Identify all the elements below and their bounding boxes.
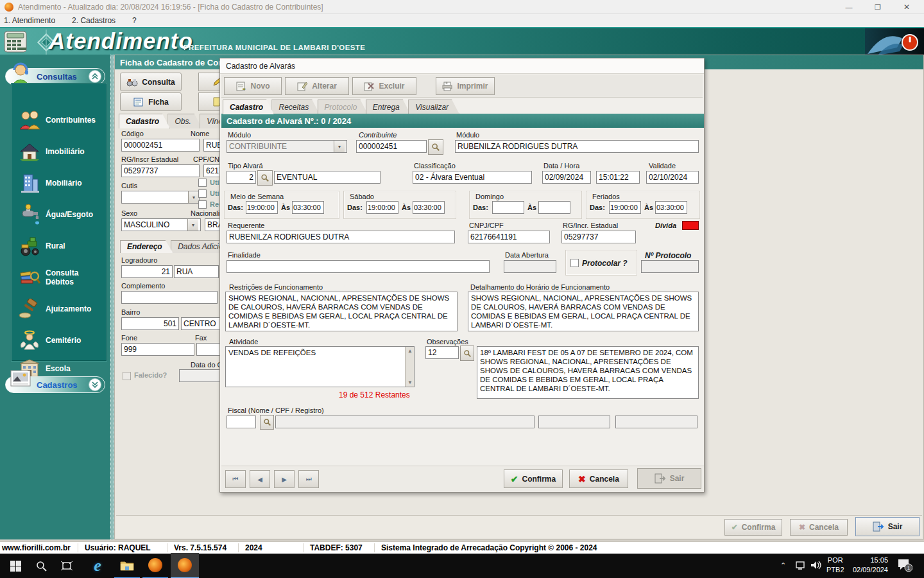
excluir-button[interactable]: Excluir — [352, 77, 416, 95]
scrollbar[interactable]: ▲ ▼ — [405, 347, 414, 387]
sidebar-item-cemiterio[interactable]: Cemitério — [12, 328, 107, 353]
last-record-button[interactable]: ⏭ — [298, 470, 319, 488]
prev-record-button[interactable]: ◀ — [250, 470, 270, 488]
detalhamento-textarea[interactable]: SHOWS REGIONAL, NACIONAL, APRESENTAÇÕES … — [468, 292, 699, 331]
domingo-as-field[interactable] — [538, 201, 570, 214]
task-view-icon[interactable] — [54, 554, 80, 578]
contribuinte-field[interactable]: 000002451 — [356, 140, 427, 153]
domingo-das-field[interactable] — [492, 201, 524, 214]
ficha-button[interactable]: Ficha — [120, 92, 182, 111]
menu-help[interactable]: ? — [132, 16, 137, 25]
logradouro-num-field[interactable]: 21 — [121, 265, 173, 278]
ficha-cancela-button[interactable]: ✖ Cancela — [790, 519, 848, 536]
fiscal-cpf-field[interactable] — [538, 416, 610, 428]
classificacao-field[interactable]: 02 - Álvara Eventual — [413, 171, 532, 184]
meio-das-field[interactable]: 19:00:00 — [246, 201, 278, 214]
chevron-down-icon[interactable]: ▾ — [188, 191, 199, 203]
fone-field[interactable]: 999 — [121, 343, 194, 356]
sabado-as-field[interactable]: 03:30:00 — [413, 201, 445, 214]
tab-cadastro[interactable]: Cadastro — [223, 100, 274, 114]
tipo-field[interactable]: EVENTUAL — [274, 171, 381, 184]
novo-button[interactable]: = Novo — [224, 77, 282, 95]
tray-chevron-icon[interactable]: ⌃ — [780, 561, 786, 570]
ficha-tab-obs[interactable]: Obs. — [167, 114, 201, 128]
feriados-das-field[interactable]: 19:00:00 — [609, 201, 641, 214]
ficha-sair-button[interactable]: Sair — [855, 517, 920, 536]
network-icon[interactable] — [796, 561, 807, 570]
tab-protocolo[interactable]: Protocolo — [318, 100, 368, 114]
sair-button[interactable]: Sair — [637, 468, 701, 489]
feriados-as-field[interactable]: 03:30:00 — [655, 201, 687, 214]
tipo-search-button[interactable] — [257, 170, 273, 186]
imprimir-button[interactable]: Imprimir — [436, 77, 495, 95]
sidebar-item-rural[interactable]: Rural — [12, 233, 107, 259]
chevron-down-icon[interactable] — [89, 378, 101, 391]
sidebar-item-consulta-debitos[interactable]: Consulta Débitos — [12, 265, 107, 290]
language-indicator[interactable]: POR PTB2 — [826, 556, 844, 575]
obs-search-button[interactable] — [460, 346, 474, 361]
reside-checkbox[interactable] — [198, 200, 207, 209]
scroll-up-icon[interactable]: ▲ — [406, 347, 415, 355]
finalidade-field[interactable] — [227, 260, 490, 273]
data-field[interactable]: 02/09/2024 — [542, 171, 591, 184]
sexo-combo[interactable]: MASCULINO▾ — [121, 218, 201, 231]
sidebar-item-contribuintes[interactable]: Contribuintes — [12, 107, 107, 133]
scroll-down-icon[interactable]: ▼ — [406, 378, 415, 387]
hora-field[interactable]: 15:01:22 — [596, 171, 640, 184]
taskbar-search-icon[interactable] — [28, 554, 54, 578]
menu-cadastros[interactable]: 2. Cadastros — [72, 16, 116, 25]
rg-field[interactable]: 05297737 — [121, 164, 200, 177]
sidebar-item-ajuizamento[interactable]: Ajuizamento — [12, 296, 107, 322]
fiorilli-app-icon[interactable] — [142, 553, 168, 578]
menu-atendimento[interactable]: 1. Atendimento — [4, 16, 55, 25]
modulo-combo[interactable]: CONTRIBUINTE▾ — [227, 140, 347, 153]
status-site[interactable]: www.fiorilli.com.br — [2, 543, 78, 552]
clock[interactable]: 15:05 02/09/2024 — [848, 556, 888, 575]
fiscal-registro-field[interactable] — [615, 416, 697, 428]
restricoes-textarea[interactable]: SHOWS REGIONAL, NACIONAL, APRESENTAÇÕES … — [225, 292, 458, 331]
fiscal-nome-field[interactable] — [275, 416, 535, 428]
atividade-textarea[interactable]: VENDAS DE REFEIÇÕES ▲ ▼ — [225, 346, 415, 387]
first-record-button[interactable]: ⏮ — [225, 470, 246, 488]
meio-as-field[interactable]: 03:30:00 — [292, 201, 324, 214]
protocolar-checkbox[interactable] — [570, 259, 579, 267]
codigo-field[interactable]: 000002451 — [121, 139, 200, 152]
cnpj-cpf-field[interactable]: 62176641191 — [468, 231, 550, 243]
fiscal-codigo-field[interactable] — [227, 416, 256, 428]
chevron-down-icon[interactable]: ▾ — [334, 141, 345, 152]
util2-checkbox[interactable] — [198, 189, 207, 198]
chevron-up-icon[interactable] — [89, 70, 101, 83]
requerente-field[interactable]: RUBENILZA RODRIGUES DUTRA — [227, 231, 455, 243]
falecido-checkbox[interactable] — [123, 372, 131, 380]
tab-receitas[interactable]: Receitas — [271, 100, 320, 114]
complemento-field[interactable] — [121, 291, 218, 304]
num-protocolo-field[interactable] — [641, 260, 699, 273]
rg-incr-field[interactable]: 05297737 — [561, 231, 636, 243]
ficha-tab-cadastro[interactable]: Cadastro — [119, 114, 170, 128]
tab-entrega[interactable]: Entrega — [366, 100, 411, 114]
ficha-confirma-button[interactable]: ✔ Confirma — [724, 519, 782, 536]
tipo-num-field[interactable]: 2 — [227, 171, 256, 184]
notification-center-icon[interactable]: 1 — [897, 558, 912, 572]
cutis-combo[interactable]: ▾ — [121, 191, 200, 204]
chevron-down-icon[interactable]: ▾ — [187, 219, 198, 231]
start-button[interactable] — [3, 554, 28, 578]
maximize-button[interactable]: ❐ — [867, 0, 889, 14]
sidebar-item-mobiliario[interactable]: Mobiliário — [12, 170, 107, 196]
validade-field[interactable]: 02/10/2024 — [646, 171, 699, 184]
confirma-button[interactable]: ✔ Confirma — [504, 469, 563, 488]
fiorilli-app-icon-active[interactable] — [171, 553, 199, 578]
consulta-button[interactable]: Consulta — [120, 73, 182, 91]
cancela-button[interactable]: ✖ Cancela — [569, 469, 628, 488]
sidebar-item-agua-esgoto[interactable]: Água/Esgoto — [12, 202, 107, 227]
observacoes-textarea[interactable]: 18º LAMBARI FEST DE 05 A 07 DE SETEMBRO … — [477, 346, 699, 399]
internet-explorer-icon[interactable]: e — [85, 554, 110, 578]
bairro-num-field[interactable]: 501 — [121, 317, 179, 330]
sidebar-group-cadastros[interactable]: Cadastros — [5, 376, 105, 393]
obs-codigo-field[interactable]: 12 — [425, 346, 459, 359]
util1-checkbox[interactable] — [198, 179, 207, 187]
tab-endereco[interactable]: Endereço — [120, 240, 173, 253]
alterar-button[interactable]: Alterar — [285, 77, 349, 95]
fiscal-search-button[interactable] — [260, 415, 274, 430]
sidebar-item-imobiliario[interactable]: Imobiliário — [12, 139, 107, 164]
